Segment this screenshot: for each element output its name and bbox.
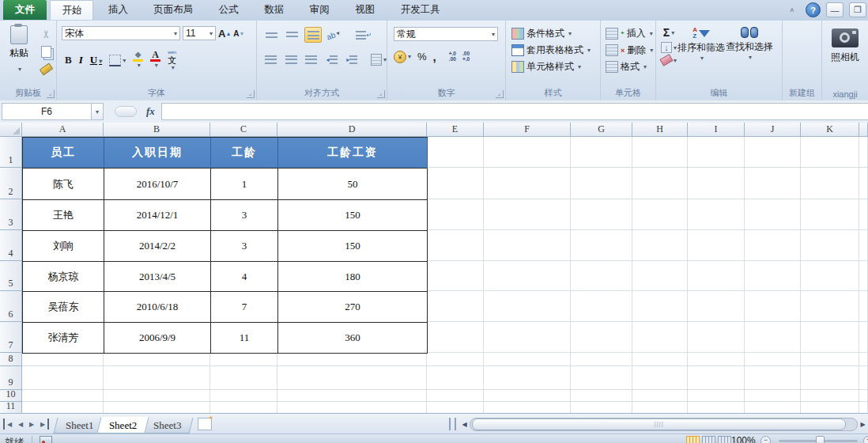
table-cell[interactable]: 150 [278, 200, 428, 231]
cell[interactable] [484, 322, 571, 353]
column-header-E[interactable]: E [427, 123, 484, 137]
format-as-table-button[interactable]: 套用表格格式 [510, 42, 600, 59]
insert-worksheet-icon[interactable] [198, 418, 212, 430]
tab-insert[interactable]: 插入 [97, 0, 139, 20]
cell[interactable] [484, 353, 571, 366]
cell[interactable] [277, 366, 427, 390]
row-header-5[interactable]: 5 [0, 261, 22, 291]
merge-center-icon[interactable] [371, 52, 387, 66]
cell[interactable] [427, 353, 484, 366]
cell[interactable] [427, 230, 484, 261]
cell[interactable] [484, 366, 571, 390]
zoom-in-icon[interactable]: + [863, 436, 868, 443]
row-header-11[interactable]: 11 [0, 402, 22, 414]
cell[interactable] [745, 353, 801, 366]
column-header-H[interactable]: H [632, 123, 688, 137]
last-sheet-icon[interactable]: ▶ [38, 418, 49, 430]
cell[interactable] [104, 402, 210, 414]
table-cell[interactable]: 吴蓓东 [23, 292, 104, 323]
cell[interactable] [801, 168, 859, 199]
cell[interactable] [801, 366, 859, 390]
align-right-icon[interactable] [304, 52, 319, 66]
table-cell[interactable]: 11 [211, 323, 278, 354]
cell[interactable] [571, 353, 632, 366]
cell[interactable] [484, 390, 571, 402]
cell[interactable] [688, 390, 745, 402]
row-header-8[interactable]: 8 [0, 353, 22, 366]
tab-data[interactable]: 数据 [253, 0, 295, 20]
cell[interactable] [745, 137, 801, 168]
cell[interactable] [571, 322, 632, 353]
collapse-ribbon-icon[interactable]: ˄ [784, 3, 800, 17]
insert-function-icon[interactable]: fx [146, 105, 155, 118]
row-header-7[interactable]: 7 [0, 322, 22, 353]
column-header-J[interactable]: J [745, 123, 801, 137]
paste-button[interactable]: 粘贴 [3, 25, 35, 74]
table-cell[interactable]: 2006/9/9 [104, 323, 211, 354]
table-cell[interactable]: 刘响 [23, 231, 104, 262]
cell-styles-button[interactable]: 单元格样式 [510, 59, 600, 75]
cell[interactable] [745, 366, 801, 390]
formula-input[interactable] [161, 103, 868, 120]
clear-button[interactable] [661, 56, 677, 64]
cell[interactable] [632, 230, 688, 261]
cell[interactable] [427, 366, 484, 390]
table-cell[interactable]: 2014/12/1 [104, 200, 211, 231]
cell[interactable] [745, 390, 801, 402]
conditional-formatting-button[interactable]: 条件格式 [510, 25, 600, 42]
cell[interactable] [745, 291, 801, 322]
table-cell[interactable]: 4 [211, 262, 278, 292]
column-header-D[interactable]: D [277, 123, 427, 137]
tab-developer[interactable]: 开发工具 [390, 0, 451, 20]
table-cell[interactable]: 陈飞 [23, 168, 104, 200]
table-header-cell[interactable]: 员工 [23, 138, 104, 168]
cell[interactable] [22, 366, 104, 390]
row-header-6[interactable]: 6 [0, 291, 22, 322]
table-cell[interactable]: 50 [278, 168, 428, 200]
align-top-icon[interactable] [263, 28, 279, 42]
sheet-tab-sheet2[interactable]: Sheet2 [97, 417, 150, 434]
cell[interactable] [22, 402, 104, 414]
align-center-icon[interactable] [284, 52, 300, 66]
tab-file[interactable]: 文件 [3, 0, 47, 20]
cell[interactable] [632, 322, 688, 353]
zoom-out-icon[interactable]: − [760, 436, 771, 443]
font-dialog-launcher[interactable]: ⌟ [247, 90, 255, 98]
restore-icon[interactable]: ❐ [849, 2, 866, 17]
decrease-indent-icon[interactable]: ◂ [324, 52, 340, 66]
table-cell[interactable]: 7 [211, 292, 278, 323]
page-layout-view-icon[interactable] [702, 436, 715, 443]
italic-button[interactable]: I [79, 54, 83, 66]
cell[interactable] [210, 402, 277, 414]
minimize-icon[interactable]: — [826, 2, 843, 17]
percent-style-button[interactable]: % [417, 51, 427, 62]
alignment-dialog-launcher[interactable]: ⌟ [377, 90, 385, 98]
cell[interactable] [484, 168, 571, 199]
cell[interactable] [859, 137, 868, 168]
page-break-view-icon[interactable] [718, 436, 731, 443]
cell[interactable] [210, 366, 277, 390]
table-cell[interactable]: 杨京琼 [23, 262, 104, 292]
cell[interactable] [745, 322, 801, 353]
table-cell[interactable]: 1 [211, 168, 278, 200]
format-painter-icon[interactable] [38, 62, 54, 76]
cell[interactable] [745, 230, 801, 261]
delete-cells-button[interactable]: × 删除 [604, 42, 655, 59]
table-cell[interactable]: 2016/10/7 [104, 168, 211, 200]
bold-button[interactable]: B [65, 54, 72, 66]
cell[interactable] [801, 137, 859, 168]
prev-sheet-icon[interactable]: ◀ [16, 418, 25, 430]
align-middle-icon[interactable] [284, 28, 300, 42]
column-header-I[interactable]: I [688, 123, 745, 137]
cell[interactable] [859, 353, 868, 366]
cell[interactable] [427, 168, 484, 199]
tab-view[interactable]: 视图 [344, 0, 386, 20]
cell[interactable] [632, 199, 688, 230]
number-dialog-launcher[interactable]: ⌟ [496, 90, 504, 98]
tab-home[interactable]: 开始 [50, 0, 93, 20]
cell[interactable] [632, 168, 688, 199]
cell[interactable] [688, 137, 745, 168]
cell[interactable] [688, 168, 745, 199]
cell[interactable] [688, 291, 745, 322]
first-sheet-icon[interactable]: ◀ [3, 418, 14, 430]
